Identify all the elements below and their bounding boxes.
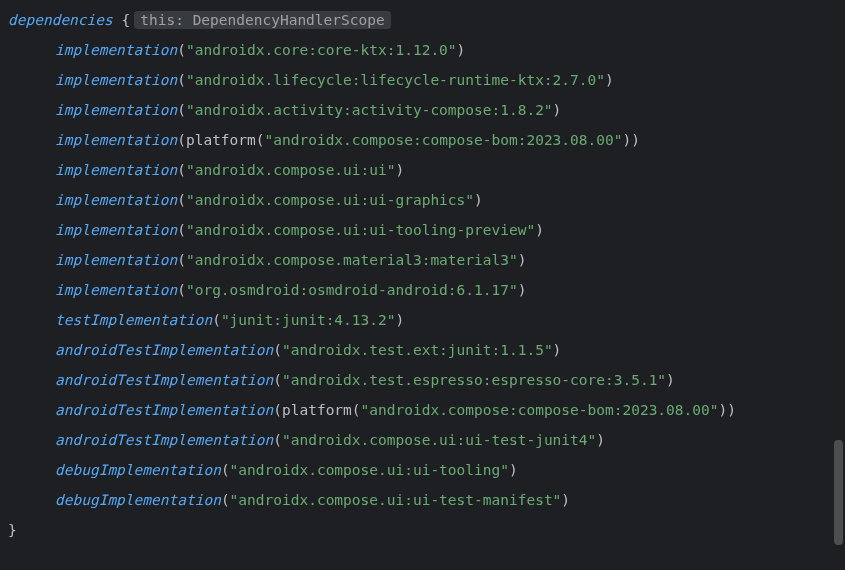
function-call: debugImplementation [55, 462, 221, 478]
paren-close: ) [666, 372, 675, 388]
paren-open: ( [273, 432, 282, 448]
paren-close: ) [553, 342, 562, 358]
code-line: implementation("androidx.compose.materia… [8, 245, 845, 275]
scrollbar-thumb[interactable] [834, 440, 843, 545]
paren-open: ( [177, 42, 186, 58]
paren-open: ( [177, 192, 186, 208]
paren-open: ( [177, 252, 186, 268]
function-call: testImplementation [55, 312, 212, 328]
paren-open: ( [177, 72, 186, 88]
string-literal: "androidx.core:core-ktx:1.12.0" [186, 42, 457, 58]
paren-open: ( [273, 402, 282, 418]
paren-open: ( [177, 132, 186, 148]
type-hint: this: DependencyHandlerScope [134, 11, 390, 29]
string-literal: "androidx.compose.ui:ui-test-junit4" [282, 432, 596, 448]
string-literal: "androidx.compose.ui:ui-tooling-preview" [186, 222, 535, 238]
code-line: androidTestImplementation("androidx.test… [8, 365, 845, 395]
function-call: implementation [55, 72, 177, 88]
paren-close: ) [631, 132, 640, 148]
function-call: implementation [55, 102, 177, 118]
paren-close: ) [518, 252, 527, 268]
code-line: debugImplementation("androidx.compose.ui… [8, 455, 845, 485]
paren-close: ) [518, 282, 527, 298]
paren-open: ( [212, 312, 221, 328]
string-literal: "androidx.compose.ui:ui-tooling" [230, 462, 509, 478]
paren-open: ( [273, 342, 282, 358]
paren-open: ( [221, 492, 230, 508]
paren-close: ) [622, 132, 631, 148]
string-literal: "androidx.compose.ui:ui-graphics" [186, 192, 474, 208]
code-line: androidTestImplementation("androidx.comp… [8, 425, 845, 455]
code-line: testImplementation("junit:junit:4.13.2") [8, 305, 845, 335]
function-call: androidTestImplementation [55, 432, 273, 448]
paren-close: ) [596, 432, 605, 448]
function-call: implementation [55, 282, 177, 298]
paren-close: ) [457, 42, 466, 58]
paren-open: ( [273, 372, 282, 388]
paren-close: ) [553, 102, 562, 118]
block-footer: } [8, 515, 845, 545]
paren-open: ( [177, 222, 186, 238]
string-literal: "androidx.compose:compose-bom:2023.08.00… [265, 132, 623, 148]
brace-open: { [122, 12, 131, 28]
code-line: implementation("androidx.lifecycle:lifec… [8, 65, 845, 95]
function-call: androidTestImplementation [55, 342, 273, 358]
string-literal: "androidx.test.ext:junit:1.1.5" [282, 342, 553, 358]
code-line: androidTestImplementation(platform("andr… [8, 395, 845, 425]
paren-close: ) [718, 402, 727, 418]
string-literal: "androidx.compose.material3:material3" [186, 252, 518, 268]
string-literal: "androidx.compose:compose-bom:2023.08.00… [361, 402, 719, 418]
brace-close: } [8, 522, 17, 538]
function-call: implementation [55, 192, 177, 208]
paren-close: ) [727, 402, 736, 418]
block-name: dependencies [8, 12, 113, 28]
code-line: implementation("androidx.compose.ui:ui") [8, 155, 845, 185]
code-line: implementation("androidx.activity:activi… [8, 95, 845, 125]
paren-close: ) [509, 462, 518, 478]
type-hint-type: DependencyHandlerScope [193, 12, 385, 28]
string-literal: "androidx.activity:activity-compose:1.8.… [186, 102, 553, 118]
paren-open: ( [177, 282, 186, 298]
paren-open: ( [177, 102, 186, 118]
string-literal: "androidx.compose.ui:ui" [186, 162, 396, 178]
function-call: implementation [55, 162, 177, 178]
function-call: androidTestImplementation [55, 402, 273, 418]
type-hint-this: this: [140, 12, 184, 28]
paren-close: ) [395, 162, 404, 178]
string-literal: "androidx.test.espresso:espresso-core:3.… [282, 372, 666, 388]
string-literal: "junit:junit:4.13.2" [221, 312, 396, 328]
paren-open: ( [177, 162, 186, 178]
wrapper-call: platform [282, 402, 352, 418]
code-line: implementation("org.osmdroid:osmdroid-an… [8, 275, 845, 305]
paren-open: ( [256, 132, 265, 148]
function-call: implementation [55, 222, 177, 238]
function-call: implementation [55, 42, 177, 58]
code-line: implementation("androidx.core:core-ktx:1… [8, 35, 845, 65]
code-line: androidTestImplementation("androidx.test… [8, 335, 845, 365]
function-call: androidTestImplementation [55, 372, 273, 388]
function-call: debugImplementation [55, 492, 221, 508]
paren-open: ( [221, 462, 230, 478]
code-line: implementation("androidx.compose.ui:ui-g… [8, 185, 845, 215]
paren-close: ) [395, 312, 404, 328]
wrapper-call: platform [186, 132, 256, 148]
string-literal: "androidx.lifecycle:lifecycle-runtime-kt… [186, 72, 605, 88]
paren-close: ) [605, 72, 614, 88]
code-line: implementation("androidx.compose.ui:ui-t… [8, 215, 845, 245]
code-line: debugImplementation("androidx.compose.ui… [8, 485, 845, 515]
paren-close: ) [535, 222, 544, 238]
code-line: implementation(platform("androidx.compos… [8, 125, 845, 155]
string-literal: "org.osmdroid:osmdroid-android:6.1.17" [186, 282, 518, 298]
block-header: dependencies {this: DependencyHandlerSco… [8, 5, 845, 35]
code-editor[interactable]: dependencies {this: DependencyHandlerSco… [8, 5, 845, 545]
paren-close: ) [561, 492, 570, 508]
paren-open: ( [352, 402, 361, 418]
paren-close: ) [474, 192, 483, 208]
string-literal: "androidx.compose.ui:ui-test-manifest" [230, 492, 562, 508]
function-call: implementation [55, 132, 177, 148]
function-call: implementation [55, 252, 177, 268]
